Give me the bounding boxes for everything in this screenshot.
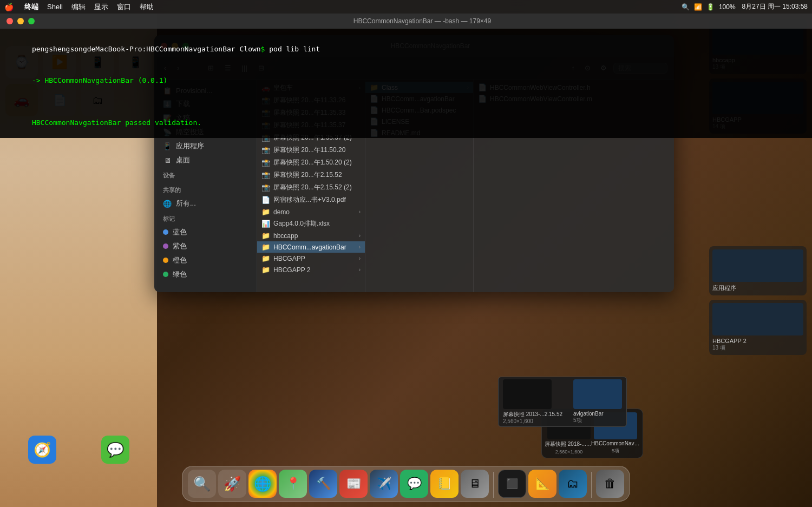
col1-screenshot-8[interactable]: 📸 屏幕快照 20...午2.15.52 (2) (257, 181, 365, 194)
dock-files[interactable]: 🗂 (559, 470, 587, 498)
hbccommon-arrow: › (359, 244, 361, 250)
screenshot8-label: 屏幕快照 20...午2.15.52 (2) (273, 183, 352, 192)
tooltip-preview-2 (573, 379, 622, 409)
sidebar-apps-label: 应用程序 (176, 141, 204, 151)
screenshot7-icon: 📸 (261, 171, 270, 179)
battery-percent: 100% (719, 3, 736, 11)
sidebar-item-purple-tag[interactable]: 紫色 (154, 239, 257, 253)
sidebar-section-tags: 标记 (154, 210, 257, 225)
menubar-edit[interactable]: 编辑 (71, 2, 86, 12)
col1-hbcgapp2[interactable]: 📁 HBCGAPP 2 › (257, 264, 365, 275)
orange-tag-label: 橙色 (173, 255, 187, 265)
hbccapp-arrow: › (359, 233, 361, 239)
menubar-help[interactable]: 帮助 (140, 2, 154, 12)
terminal-blank (6, 96, 806, 107)
hbccommon-icon: 📁 (261, 243, 270, 251)
dock-notes[interactable]: 📒 (430, 470, 459, 498)
sidebar-item-applications[interactable]: 📱 应用程序 (154, 139, 257, 153)
xlsx-label: Gapp4.0.0排期.xlsx (273, 219, 330, 228)
col1-screenshot-6[interactable]: 📸 屏幕快照 20...午1.50.20 (2) (257, 156, 365, 169)
col1-xlsx[interactable]: 📊 Gapp4.0.0排期.xlsx (257, 218, 365, 230)
screenshot6-label: 屏幕快照 20...午1.50.20 (2) (273, 158, 352, 167)
sidebar-desktop-icon: 🖥 (163, 156, 172, 164)
dock-separator-2 (591, 472, 592, 498)
right-thumb-hbcgapp2-label: HBCGAPP 2 (712, 338, 803, 344)
siri-icon[interactable]: 🔍 (682, 3, 690, 11)
orange-tag-dot (163, 258, 168, 263)
dock-sketch[interactable]: 📐 (528, 470, 556, 498)
terminal-minimize-button[interactable] (17, 18, 24, 24)
terminal-body[interactable]: pengshengsongdeMacBook-Pro:HBCCommonNavg… (0, 29, 812, 138)
sidebar-apps-icon: 📱 (163, 142, 172, 150)
right-thumb-hbcgapp2-count: 13 项 (712, 344, 803, 352)
hbccapp-icon: 📁 (261, 232, 270, 240)
right-thumb-apps-preview (712, 249, 803, 282)
dock-wechat[interactable]: 💬 (400, 470, 428, 498)
sidebar-item-blue-tag[interactable]: 蓝色 (154, 225, 257, 239)
sidebar-all-label: 所有... (176, 199, 196, 208)
terminal-maximize-button[interactable] (28, 18, 35, 24)
menubar-shell[interactable]: Shell (47, 3, 63, 11)
col1-demo[interactable]: 📁 demo › (257, 206, 365, 218)
dock-terminal[interactable]: ⬛ (498, 470, 526, 498)
hbcgapp2-icon: 📁 (261, 266, 270, 274)
bottom-thumb-screenshot-size: 2,560×1,600 (555, 449, 582, 455)
battery-icon[interactable]: 🔋 (706, 3, 715, 11)
tooltip-preview-1 (503, 379, 552, 409)
dock-separator (493, 472, 494, 498)
dock-chrome[interactable]: 🌐 (248, 470, 277, 498)
dock: 🔍 🚀 🌐 📍 🔨 📰 ✈️ 💬 📒 🖥 ⬛ 📐 🗂 🗑 (182, 466, 630, 502)
apple-menu-icon[interactable]: 🍎 (4, 3, 14, 11)
right-thumb-apps-label: 应用程序 (712, 284, 803, 292)
bottom-thumb-screenshot-label: 屏幕快照 2018-...1.35.3... (545, 440, 593, 448)
menubar-window[interactable]: 窗口 (117, 2, 131, 12)
col1-hbcgapp[interactable]: 📁 HBCGAPP › (257, 253, 365, 264)
sidebar-item-all[interactable]: 🌐 所有... (154, 196, 257, 210)
terminal-success: HBCCommonNavgationBar passed validation. (6, 107, 806, 139)
terminal-close-button[interactable] (6, 18, 13, 24)
col1-hbccommon[interactable]: 📁 HBCComm...avgationBar › (257, 241, 365, 253)
right-thumb-apps: 应用程序 (709, 246, 807, 295)
dock-finder[interactable]: 🔍 (188, 470, 216, 498)
sidebar-item-green-tag[interactable]: 绿色 (154, 267, 257, 281)
hbcgapp-icon: 📁 (261, 254, 270, 262)
terminal-titlebar: HBCCommonNavgationBar — -bash — 179×49 (0, 14, 812, 29)
dock-maps[interactable]: 📍 (279, 470, 307, 498)
green-tag-dot (163, 272, 168, 277)
dock-migration[interactable]: 🖥 (461, 470, 489, 498)
dock-tooltip: 屏幕快照 2013-...2.15.52 2,560×1,600 avigati… (498, 377, 627, 427)
dock-news[interactable]: 📰 (339, 470, 368, 498)
tooltip-label-2: avigationBar (573, 411, 622, 417)
terminal-window: HBCCommonNavgationBar — -bash — 179×49 p… (0, 14, 812, 138)
purple-tag-dot (163, 243, 168, 249)
menubar-right: 🔍 📶 🔋 100% 8月27日 周一 15:03:58 (682, 2, 808, 11)
col1-screenshot-5[interactable]: 📸 屏幕快照 20...午11.50.20 (257, 144, 365, 156)
menubar: 🍎 终端 Shell 编辑 显示 窗口 帮助 🔍 📶 🔋 100% 8月27日 … (0, 0, 812, 14)
col1-screenshot-7[interactable]: 📸 屏幕快照 20...午2.15.52 (257, 169, 365, 181)
dock-trash[interactable]: 🗑 (596, 470, 624, 498)
dock-launchpad[interactable]: 🚀 (218, 470, 246, 498)
hbccapp-label: hbccapp (273, 232, 298, 240)
dock-spark[interactable]: ✈️ (370, 470, 398, 498)
hbccommon-label: HBCComm...avgationBar (273, 243, 346, 251)
demo-icon: 📁 (261, 208, 270, 216)
pdf-icon: 📄 (261, 196, 270, 204)
sidebar-item-desktop[interactable]: 🖥 桌面 (154, 153, 257, 167)
col1-pdf[interactable]: 📄 网宿移动应...书+V3.0.pdf (257, 194, 365, 206)
green-tag-label: 绿色 (173, 269, 187, 279)
tooltip-label-1: 屏幕快照 2013-...2.15.52 (503, 411, 562, 418)
hbcgapp-label: HBCGAPP (273, 255, 305, 262)
sidebar-all-icon: 🌐 (163, 199, 172, 208)
hbcgapp2-label: HBCGAPP 2 (273, 266, 310, 274)
wifi-icon[interactable]: 📶 (694, 3, 702, 11)
dock-xcode[interactable]: 🔨 (309, 470, 337, 498)
right-thumb-hbcgapp2-preview (712, 303, 803, 335)
sidebar-item-orange-tag[interactable]: 橙色 (154, 253, 257, 267)
col1-hbccapp[interactable]: 📁 hbccapp › (257, 230, 365, 241)
sidebar-section-devices: 设备 (154, 167, 257, 182)
menubar-view[interactable]: 显示 (94, 2, 108, 12)
term-prompt-1: pengshengsongdeMacBook-Pro:HBCCommonNavg… (32, 45, 261, 53)
terminal-title: HBCCommonNavgationBar — -bash — 179×49 (39, 17, 806, 25)
right-thumb-hbcgapp2: HBCGAPP 2 13 项 (709, 300, 807, 355)
menubar-terminal[interactable]: 终端 (24, 2, 38, 12)
